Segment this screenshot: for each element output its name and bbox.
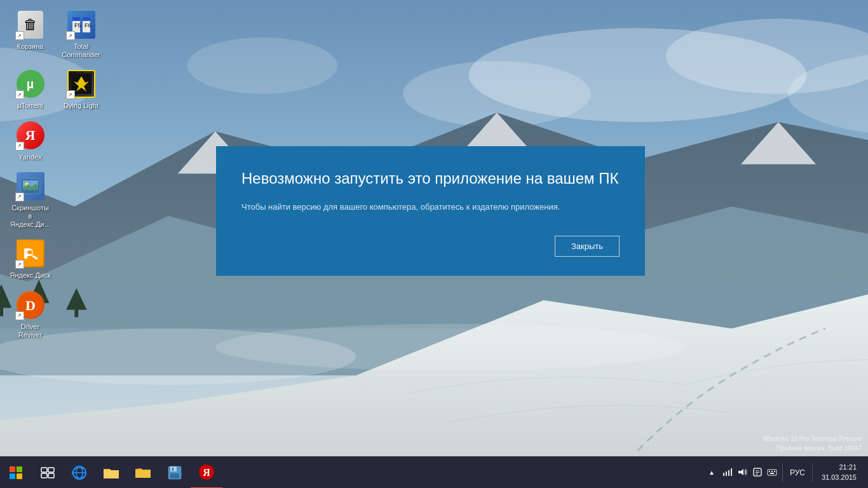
svg-rect-67 [770, 473, 774, 474]
svg-rect-56 [728, 470, 729, 476]
notification-icon[interactable] [752, 468, 763, 478]
network-icon[interactable] [721, 468, 734, 478]
taskbar-item-save[interactable] [159, 457, 191, 489]
tray-icons [721, 468, 778, 478]
yandex-browser-icon: Я [198, 463, 215, 481]
save-icon [166, 464, 184, 482]
internet-explorer-icon [71, 464, 88, 482]
shortcut-arrow: ↗ [15, 193, 24, 201]
taskbar: Я ▲ [0, 456, 868, 488]
yandex-disk-icon: ↗ [15, 238, 46, 269]
taskbar-tray: ▲ [706, 457, 868, 488]
yandex-disk-label: Яндекс.Диск [10, 271, 51, 280]
taskbar-item-folder[interactable] [127, 457, 159, 489]
shortcut-arrow: ↗ [66, 90, 75, 99]
svg-rect-40 [48, 468, 54, 472]
svg-rect-54 [723, 473, 724, 476]
keyboard-icon[interactable] [766, 468, 778, 478]
svg-text:F6: F6 [85, 22, 92, 29]
win-version-line1: Windows 10 Pro Technical Preview [763, 434, 862, 444]
icon-row-3: Я ↗ Yandex [6, 117, 105, 165]
svg-rect-46 [104, 470, 119, 478]
total-commander-label: TotalCommander [62, 43, 100, 59]
svg-rect-39 [41, 468, 47, 472]
svg-rect-47 [135, 470, 151, 478]
desktop-icon-total-commander[interactable]: F5 F6 ↗ TotalCommander [57, 6, 105, 62]
taskbar-item-yandex-browser[interactable]: Я [191, 457, 222, 489]
icon-row-6: D ↗ DriverReviver [6, 287, 105, 342]
screenshots-label: Скриншотыв Яндекс.Ди... [10, 204, 51, 229]
svg-rect-57 [731, 468, 732, 476]
svg-rect-66 [774, 471, 775, 472]
screenshots-icon: ↗ [15, 171, 46, 201]
icon-row-4: ↗ Скриншотыв Яндекс.Ди... [6, 168, 105, 233]
error-dialog-title: Невозможно запустить это приложение на в… [241, 168, 620, 188]
svg-marker-58 [738, 469, 743, 475]
svg-rect-42 [48, 473, 54, 478]
desktop-icon-screenshots[interactable]: ↗ Скриншотыв Яндекс.Ди... [6, 168, 54, 233]
shortcut-arrow: ↗ [15, 31, 24, 40]
folder-icon [134, 464, 152, 482]
desktop-icon-yandex-disk[interactable]: ↗ Яндекс.Диск [6, 235, 54, 283]
svg-text:D: D [25, 297, 36, 313]
taskbar-item-file-explorer[interactable] [95, 457, 127, 489]
desktop-icon-yandex[interactable]: Я ↗ Yandex [6, 117, 54, 165]
recycle-bin-label: Корзина [17, 43, 44, 51]
icon-row-1: 🗑 ↗ Корзина F5 F6 ↗ [6, 6, 105, 62]
tray-divider2 [812, 463, 813, 482]
start-button[interactable] [0, 457, 32, 489]
desktop-icon-dying-light[interactable]: ↗ Dying Light [57, 65, 105, 113]
win-version-line2: Пробная версия. Build 10047 [763, 444, 862, 453]
svg-rect-55 [726, 471, 727, 476]
svg-rect-25 [72, 17, 80, 21]
svg-point-22 [215, 324, 684, 371]
svg-rect-51 [172, 468, 173, 471]
svg-text:F5: F5 [74, 22, 81, 29]
yandex-icon: Я ↗ [15, 120, 46, 151]
svg-rect-36 [27, 250, 32, 254]
driver-reviver-label: DriverReviver [18, 323, 42, 339]
total-commander-icon: F5 F6 ↗ [66, 10, 97, 40]
error-dialog: Невозможно запустить это приложение на в… [216, 146, 645, 276]
language-indicator[interactable]: РУС [787, 468, 808, 477]
yandex-label: Yandex [18, 153, 42, 161]
taskbar-item-taskview[interactable] [32, 457, 64, 489]
tray-divider [782, 463, 783, 482]
windows-version-watermark: Windows 10 Pro Technical Preview Пробная… [763, 434, 862, 453]
dying-light-icon: ↗ [66, 69, 97, 99]
tray-expand-button[interactable]: ▲ [706, 468, 717, 477]
shortcut-arrow: ↗ [15, 142, 24, 151]
close-dialog-button[interactable]: Закрыть [555, 236, 620, 257]
taskbar-clock[interactable]: 21:21 31.03.2015 [817, 463, 862, 482]
error-dialog-buttons: Закрыть [241, 236, 620, 257]
svg-rect-64 [769, 471, 770, 472]
file-explorer-icon [102, 464, 120, 482]
shortcut-arrow: ↗ [15, 311, 24, 320]
utorrent-icon: µ ↗ [15, 69, 46, 99]
svg-text:Я: Я [203, 467, 210, 478]
desktop-icon-area: 🗑 ↗ Корзина F5 F6 ↗ [6, 6, 105, 342]
svg-rect-63 [768, 470, 776, 475]
shortcut-arrow: ↗ [66, 31, 75, 40]
svg-rect-41 [41, 473, 47, 478]
desktop-icon-recycle-bin[interactable]: 🗑 ↗ Корзина [6, 6, 54, 62]
taskview-icon [39, 464, 57, 482]
clock-time: 21:21 [822, 463, 857, 472]
icon-row-2: µ ↗ µTorrent ↗ Dying Light [6, 65, 105, 113]
taskbar-pinned-items: Я [32, 457, 706, 488]
desktop-icon-utorrent[interactable]: µ ↗ µTorrent [6, 65, 54, 113]
desktop-icon-driver-reviver[interactable]: D ↗ DriverReviver [6, 287, 54, 342]
utorrent-label: µTorrent [17, 102, 43, 110]
error-dialog-body: Чтобы найти версию для вашего компьютера… [241, 201, 620, 214]
windows-logo-icon [10, 466, 22, 479]
dying-light-label: Dying Light [64, 102, 98, 110]
icon-row-5: ↗ Яндекс.Диск [6, 235, 105, 283]
svg-rect-65 [771, 471, 773, 472]
svg-point-4 [187, 37, 337, 94]
svg-rect-50 [170, 473, 179, 478]
shortcut-arrow: ↗ [15, 260, 24, 269]
taskbar-item-ie[interactable] [64, 457, 95, 489]
recycle-bin-icon: 🗑 ↗ [15, 10, 46, 40]
clock-date: 31.03.2015 [822, 473, 857, 482]
volume-icon[interactable] [736, 468, 749, 478]
